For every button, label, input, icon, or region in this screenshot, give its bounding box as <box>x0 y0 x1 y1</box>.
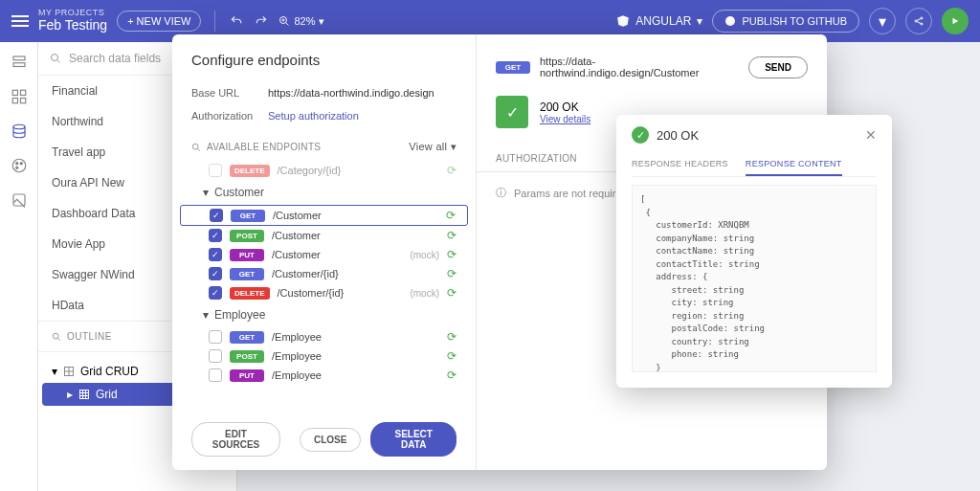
svg-rect-16 <box>13 194 25 206</box>
svg-point-15 <box>15 167 17 168</box>
sync-icon[interactable]: ⟳ <box>447 349 460 363</box>
checkbox[interactable] <box>209 164 222 177</box>
svg-rect-8 <box>20 90 25 95</box>
available-endpoints-label: AVAILABLE ENDPOINTS <box>207 142 321 152</box>
svg-rect-7 <box>12 90 17 95</box>
endpoint-row[interactable]: DELETE/Category/{id}⟳ <box>180 161 468 180</box>
sync-icon[interactable]: ⟳ <box>447 229 460 242</box>
test-url[interactable]: https://data-northwind.indigo.design/Cus… <box>540 56 739 78</box>
rail-theme-icon[interactable] <box>9 155 30 176</box>
project-name: Feb Testing <box>38 18 107 33</box>
chevron-down-icon: ▾ <box>203 308 209 322</box>
checkbox[interactable] <box>209 267 222 280</box>
chevron-down-icon: ▾ <box>697 14 702 28</box>
play-button[interactable] <box>942 8 969 34</box>
chevron-down-icon: ▾ <box>319 15 324 28</box>
endpoint-group[interactable]: ▾Customer <box>180 180 468 205</box>
close-button[interactable]: CLOSE <box>300 428 361 452</box>
edit-sources-button[interactable]: EDIT SOURCES <box>191 422 280 457</box>
method-badge: POST <box>230 350 264 363</box>
endpoint-row[interactable]: DELETE/Customer/{id}(mock)⟳ <box>180 283 468 302</box>
sync-icon[interactable]: ⟳ <box>447 267 460 280</box>
checkbox[interactable] <box>209 229 222 242</box>
method-badge: PUT <box>230 249 264 261</box>
undo-icon[interactable] <box>229 13 244 29</box>
menu-icon[interactable] <box>11 15 29 27</box>
send-button[interactable]: SEND <box>748 56 808 78</box>
svg-rect-20 <box>80 391 89 399</box>
endpoint-row[interactable]: PUT/Customer(mock)⟳ <box>180 245 468 264</box>
response-popover: ✓ 200 OK ✕ RESPONSE HEADERSRESPONSE CONT… <box>616 115 892 388</box>
checkbox[interactable] <box>209 330 222 344</box>
sync-icon[interactable]: ⟳ <box>446 209 459 222</box>
svg-rect-9 <box>12 99 17 103</box>
svg-point-3 <box>921 17 923 19</box>
success-icon: ✓ <box>496 96 528 128</box>
popover-status: 200 OK <box>657 128 699 143</box>
response-content[interactable]: [ { customerId: XRNQBM companyName: stri… <box>632 185 877 372</box>
view-all-link[interactable]: View all ▾ <box>409 141 457 153</box>
framework-selector[interactable]: ANGULAR ▾ <box>616 14 702 28</box>
grid-icon <box>63 366 75 377</box>
svg-point-2 <box>915 20 917 22</box>
svg-point-1 <box>725 16 735 26</box>
endpoint-row[interactable]: GET/Customer/{id}⟳ <box>180 264 468 283</box>
sync-icon[interactable]: ⟳ <box>447 248 460 261</box>
endpoint-group[interactable]: ▾Employee <box>180 302 468 327</box>
endpoint-row[interactable]: GET/Customer⟳ <box>180 205 468 226</box>
svg-point-13 <box>15 163 17 165</box>
tab-authorization[interactable]: AUTHORIZATION <box>496 145 577 171</box>
checkbox[interactable] <box>209 286 222 300</box>
new-view-button[interactable]: + NEW VIEW <box>117 11 201 32</box>
svg-point-21 <box>192 144 198 149</box>
checkbox[interactable] <box>210 209 223 222</box>
checkbox[interactable] <box>209 368 222 382</box>
method-badge: GET <box>230 331 264 344</box>
svg-point-4 <box>921 23 923 25</box>
rail-components-icon[interactable] <box>9 86 30 107</box>
select-data-button[interactable]: SELECT DATA <box>370 422 457 457</box>
view-details-link[interactable]: View details <box>540 114 590 124</box>
endpoint-row[interactable]: PUT/Employee⟳ <box>180 366 468 385</box>
projects-label: MY PROJECTS <box>38 9 107 18</box>
popover-tab[interactable]: RESPONSE HEADERS <box>632 153 728 176</box>
endpoint-row[interactable]: POST/Employee⟳ <box>180 346 468 366</box>
chevron-down-icon: ▾ <box>203 186 209 199</box>
method-badge: POST <box>230 230 264 242</box>
redo-icon[interactable] <box>254 13 269 29</box>
modal-title: Configure endpoints <box>172 52 476 81</box>
svg-point-11 <box>13 124 25 129</box>
rail-assets-icon[interactable] <box>9 190 30 211</box>
status-text: 200 OK <box>540 100 590 114</box>
share-icon[interactable] <box>905 8 932 34</box>
method-badge: DELETE <box>230 165 270 177</box>
close-icon[interactable]: ✕ <box>865 127 877 143</box>
endpoint-row[interactable]: GET/Employee⟳ <box>180 327 468 346</box>
search-icon <box>52 332 61 342</box>
rail-layers-icon[interactable] <box>9 52 30 73</box>
sync-icon[interactable]: ⟳ <box>447 286 460 300</box>
project-block: MY PROJECTS Feb Testing <box>38 9 107 33</box>
svg-rect-10 <box>20 99 25 103</box>
sync-icon[interactable]: ⟳ <box>447 164 460 177</box>
publish-button[interactable]: PUBLISH TO GITHUB <box>712 10 859 33</box>
search-icon <box>191 143 201 152</box>
base-url-input[interactable]: https://data-northwind.indigo.design <box>268 87 457 99</box>
svg-point-18 <box>53 333 58 339</box>
chevron-right-icon: ▸ <box>67 388 73 401</box>
search-icon <box>50 53 61 64</box>
rail-data-icon[interactable] <box>9 121 30 142</box>
svg-rect-5 <box>13 56 25 60</box>
sync-icon[interactable]: ⟳ <box>447 330 460 344</box>
svg-point-17 <box>52 55 58 61</box>
grid-icon <box>78 389 90 400</box>
endpoint-row[interactable]: POST/Customer⟳ <box>180 226 468 245</box>
checkbox[interactable] <box>209 349 222 363</box>
checkbox[interactable] <box>209 248 222 261</box>
setup-auth-link[interactable]: Setup authorization <box>268 110 457 122</box>
sync-icon[interactable]: ⟳ <box>447 368 460 382</box>
popover-tab[interactable]: RESPONSE CONTENT <box>746 153 842 176</box>
success-icon: ✓ <box>632 126 649 144</box>
publish-dropdown[interactable]: ▾ <box>869 8 896 34</box>
zoom-control[interactable]: 82% ▾ <box>278 15 324 28</box>
